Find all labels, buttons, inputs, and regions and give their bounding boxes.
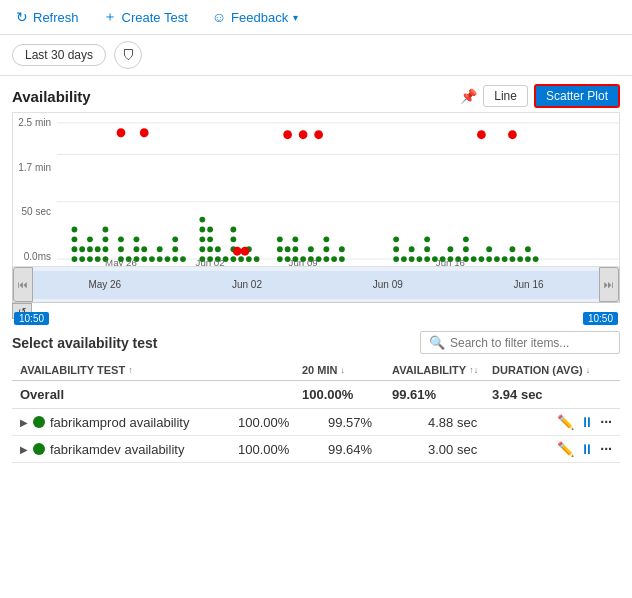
sort-arrow-2: ↓ [340, 365, 345, 375]
y-label-3: 50 sec [15, 206, 55, 217]
row-expand-1: ▶ fabrikamprod availability [20, 415, 238, 430]
col-availability-test[interactable]: AVAILABILITY TEST ↑ [20, 364, 302, 376]
select-header: Select availability test 🔍 [12, 331, 620, 354]
svg-point-111 [477, 130, 486, 139]
create-test-button[interactable]: ＋ Create Test [99, 6, 192, 28]
svg-point-110 [533, 256, 539, 262]
svg-point-79 [299, 130, 308, 139]
svg-point-109 [525, 246, 531, 252]
edit-icon-2[interactable]: ✏️ [557, 441, 574, 457]
svg-point-51 [230, 227, 236, 233]
refresh-button[interactable]: ↻ Refresh [12, 7, 83, 27]
col-20min[interactable]: 20 MIN ↓ [302, 364, 392, 376]
svg-point-101 [486, 256, 492, 262]
svg-point-88 [424, 256, 430, 262]
pause-icon-2[interactable]: ⏸ [580, 441, 594, 457]
svg-point-100 [479, 256, 485, 262]
svg-point-38 [199, 236, 205, 242]
svg-point-102 [486, 246, 492, 252]
table-row[interactable]: ▶ fabrikamdev availability 100.00% 99.64… [12, 436, 620, 463]
svg-point-61 [277, 246, 283, 252]
filter-bar: Last 30 days ⛉ [0, 35, 632, 76]
svg-point-24 [134, 246, 140, 252]
svg-point-108 [525, 256, 531, 262]
more-icon-1[interactable]: ··· [600, 414, 612, 430]
svg-point-57 [140, 128, 149, 137]
svg-point-56 [117, 128, 126, 137]
svg-point-60 [277, 256, 283, 262]
svg-point-14 [95, 246, 101, 252]
refresh-label: Refresh [33, 10, 79, 25]
line-button[interactable]: Line [483, 85, 528, 107]
svg-text:Jun 09: Jun 09 [289, 257, 318, 266]
svg-point-107 [517, 256, 523, 262]
svg-point-105 [510, 256, 516, 262]
svg-point-104 [502, 256, 508, 262]
smiley-icon: ☺ [212, 9, 226, 25]
filter-icon-button[interactable]: ⛉ [114, 41, 142, 69]
row-20min-2: 100.00% [238, 442, 328, 457]
y-label-2: 1.7 min [15, 162, 55, 173]
svg-point-98 [463, 236, 469, 242]
svg-point-67 [292, 236, 298, 242]
overall-20min: 100.00% [302, 387, 392, 402]
time-badge-end: 10:50 [583, 312, 618, 325]
svg-point-29 [157, 256, 163, 262]
overall-row: Overall 100.00% 99.61% 3.94 sec [12, 381, 620, 409]
svg-point-46 [215, 246, 221, 252]
date-range-button[interactable]: Last 30 days [12, 44, 106, 66]
svg-point-37 [199, 246, 205, 252]
status-dot-2 [33, 443, 45, 455]
svg-point-80 [314, 130, 323, 139]
timeline-slider[interactable]: ⏮ May 26 Jun 02 Jun 09 Jun 16 ⏭ [12, 267, 620, 303]
slider-handle-left[interactable]: ⏮ [13, 267, 33, 302]
row-duration-2: 3.00 sec [428, 442, 548, 457]
svg-point-50 [230, 236, 236, 242]
svg-point-18 [103, 227, 109, 233]
svg-point-48 [230, 256, 236, 262]
chart-controls: 📌 Line Scatter Plot [460, 84, 620, 108]
top-bar: ↻ Refresh ＋ Create Test ☺ Feedback ▾ [0, 0, 632, 35]
svg-point-43 [207, 236, 213, 242]
svg-point-59 [241, 247, 250, 256]
svg-point-73 [323, 246, 329, 252]
create-test-label: Create Test [122, 10, 188, 25]
svg-point-20 [118, 246, 124, 252]
col-duration[interactable]: DURATION (AVG) ↓ [492, 364, 612, 376]
expand-arrow-1[interactable]: ▶ [20, 417, 28, 428]
pause-icon-1[interactable]: ⏸ [580, 414, 594, 430]
col-availability[interactable]: AVAILABILITY ↑↓ [392, 364, 492, 376]
row-availability-2: 99.64% [328, 442, 428, 457]
svg-point-87 [416, 256, 422, 262]
svg-point-26 [141, 256, 147, 262]
overall-name: Overall [20, 387, 302, 402]
svg-point-44 [207, 227, 213, 233]
pin-icon[interactable]: 📌 [460, 88, 477, 104]
scatter-svg: May 26 Jun 02 Jun 09 Jun 16 [57, 113, 619, 266]
table-row[interactable]: ▶ fabrikamprod availability 100.00% 99.5… [12, 409, 620, 436]
overall-duration: 3.94 sec [492, 387, 612, 402]
feedback-button[interactable]: ☺ Feedback ▾ [208, 7, 302, 27]
row-availability-1: 99.57% [328, 415, 428, 430]
y-label-bottom: 0.0ms [15, 251, 55, 262]
expand-arrow-2[interactable]: ▶ [20, 444, 28, 455]
status-dot-1 [33, 416, 45, 428]
chart-plot-area: May 26 Jun 02 Jun 09 Jun 16 [57, 113, 619, 266]
svg-point-32 [172, 256, 178, 262]
sort-arrow-4: ↓ [586, 365, 591, 375]
svg-point-83 [393, 236, 399, 242]
slider-handle-right[interactable]: ⏭ [599, 267, 619, 302]
search-input[interactable] [450, 336, 611, 350]
slider-x-labels: May 26 Jun 02 Jun 09 Jun 16 [33, 279, 599, 290]
search-box[interactable]: 🔍 [420, 331, 620, 354]
feedback-label: Feedback [231, 10, 288, 25]
select-title: Select availability test [12, 335, 158, 351]
more-icon-2[interactable]: ··· [600, 441, 612, 457]
svg-point-8 [79, 256, 85, 262]
svg-point-16 [103, 246, 109, 252]
svg-text:Jun 02: Jun 02 [196, 257, 225, 266]
svg-point-66 [292, 246, 298, 252]
scatter-plot-button[interactable]: Scatter Plot [534, 84, 620, 108]
edit-icon-1[interactable]: ✏️ [557, 414, 574, 430]
svg-point-106 [510, 246, 516, 252]
